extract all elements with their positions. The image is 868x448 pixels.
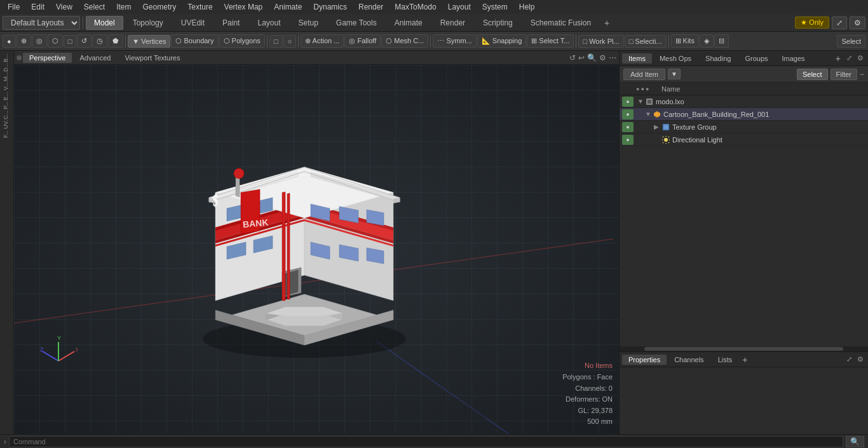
menu-help[interactable]: Help (514, 1, 540, 13)
expand-arrow-2[interactable]: ▼ (645, 111, 653, 118)
tool-action[interactable]: ⊕ Action ... (301, 34, 344, 48)
menu-geometry[interactable]: Geometry (138, 1, 182, 13)
menu-edit[interactable]: Edit (26, 1, 50, 13)
properties-add-tab[interactable]: + (740, 355, 750, 365)
tool-circ2[interactable]: ○ (283, 35, 297, 48)
tool-mesh[interactable]: ⬡ Mesh C... (381, 34, 428, 48)
tool-symmetry[interactable]: ⋯ Symm... (433, 34, 476, 48)
tool-workplane[interactable]: □ Work Pl... (578, 35, 623, 48)
viewport-more-icon[interactable]: ⋯ (609, 53, 616, 62)
tool-falloff[interactable]: ◎ Falloff (344, 34, 381, 48)
layout-dropdown[interactable]: Default Layouts (3, 16, 80, 30)
layout-tab-setup[interactable]: Setup (290, 16, 326, 30)
tool-polygons[interactable]: ⬡ Polygons (219, 34, 265, 48)
viewport[interactable]: $ BANK X Z (14, 65, 619, 434)
panel-expand-icon[interactable]: ⤢ (844, 54, 854, 62)
tool-rotate[interactable]: ↺ (77, 34, 92, 48)
menu-texture[interactable]: Texture (182, 1, 217, 13)
tool-dot1[interactable]: ● (3, 35, 16, 48)
menu-render[interactable]: Render (353, 1, 388, 13)
layout-tab-model[interactable]: Model (86, 16, 123, 30)
list-item[interactable]: ● ▶ Texture Group (620, 121, 868, 133)
command-input[interactable] (9, 436, 843, 447)
eye-toggle-1[interactable]: ● (622, 97, 634, 107)
tab-items[interactable]: Items (622, 53, 652, 64)
items-filter-button[interactable]: Filter (831, 69, 857, 80)
tab-groups[interactable]: Groups (738, 53, 774, 64)
tab-lists[interactable]: Lists (712, 355, 739, 365)
layout-tab-paint[interactable]: Paint (214, 16, 248, 30)
sidebar-icon-2[interactable]: D... (1, 63, 13, 72)
menu-system[interactable]: System (477, 1, 513, 13)
tool-hex[interactable]: ⬡ (48, 34, 63, 48)
viewport-search-icon[interactable]: 🔍 (587, 53, 597, 62)
tool-icon2[interactable]: ⊟ (714, 34, 729, 48)
items-select-button[interactable]: Select (797, 69, 828, 80)
sidebar-icon-6[interactable]: P... (1, 101, 13, 110)
sidebar-icon-8[interactable]: UV... (1, 120, 13, 129)
tool-sq2[interactable]: □ (269, 35, 283, 48)
props-settings-icon[interactable]: ⚙ (855, 355, 865, 363)
panel-add-tab[interactable]: + (833, 53, 843, 64)
layout-tab-render[interactable]: Render (432, 16, 473, 30)
tool-selection[interactable]: □ Selecti... (625, 35, 667, 48)
items-collapse-icon[interactable]: − (860, 70, 864, 79)
expand-icon[interactable]: ⤢ (832, 17, 847, 29)
sidebar-icon-7[interactable]: C... (1, 111, 13, 119)
star-only-button[interactable]: ★ Only (795, 17, 829, 29)
tool-crosshair[interactable]: ⊕ (17, 34, 31, 48)
sidebar-icon-5[interactable]: E... (1, 92, 13, 100)
tab-shading[interactable]: Shading (699, 53, 737, 64)
props-expand-icon[interactable]: ⤢ (844, 355, 854, 363)
tool-clock[interactable]: ◷ (92, 34, 107, 48)
tab-viewport-textures[interactable]: Viewport Textures (118, 53, 186, 63)
menu-vertex-map[interactable]: Vertex Map (219, 1, 268, 13)
sidebar-icon-1[interactable]: B... (1, 53, 13, 62)
items-scrollbar[interactable] (620, 346, 868, 351)
tab-properties[interactable]: Properties (622, 355, 667, 365)
viewport-gear-icon[interactable]: ⚙ (599, 53, 606, 62)
list-item[interactable]: ● ▼ modo.lxo (620, 95, 868, 108)
tab-advanced[interactable]: Advanced (73, 53, 117, 63)
tab-mesh-ops[interactable]: Mesh Ops (653, 53, 698, 64)
tool-icon1[interactable]: ◈ (700, 34, 714, 48)
tool-circle[interactable]: ◎ (32, 34, 47, 48)
layout-tab-topology[interactable]: Topology (125, 16, 172, 30)
list-item[interactable]: ● ▼ Cartoon_Bank_Building_Red_001 (620, 108, 868, 121)
menu-file[interactable]: File (3, 1, 25, 13)
panel-settings-icon[interactable]: ⚙ (855, 54, 865, 62)
expand-arrow-3[interactable]: ▶ (654, 123, 661, 130)
menu-select[interactable]: Select (79, 1, 110, 13)
sidebar-icon-4[interactable]: V... (1, 82, 13, 91)
list-item[interactable]: ● (620, 133, 868, 146)
layout-tab-scripting[interactable]: Scripting (475, 16, 521, 30)
viewport-undo-icon[interactable]: ↩ (578, 53, 585, 62)
tool-boundary[interactable]: ⬡ Boundary (171, 34, 218, 48)
command-expand-arrow[interactable]: › (4, 437, 6, 446)
layout-tab-layout[interactable]: Layout (249, 16, 288, 30)
sidebar-icon-3[interactable]: M... (1, 72, 13, 81)
menu-layout[interactable]: Layout (443, 1, 476, 13)
expand-arrow-1[interactable]: ▼ (637, 98, 645, 105)
command-search-button[interactable]: 🔍 (846, 436, 864, 447)
tool-kits[interactable]: ⊞ Kits (671, 34, 699, 48)
tab-channels[interactable]: Channels (668, 355, 710, 365)
add-item-button[interactable]: Add Item (623, 69, 665, 80)
layout-tab-animate[interactable]: Animate (386, 16, 431, 30)
tool-snapping[interactable]: 📐 Snapping (477, 34, 527, 48)
sidebar-icon-9[interactable]: F... (1, 130, 13, 139)
menu-maxtomodo[interactable]: MaxToModo (390, 1, 441, 13)
menu-item[interactable]: Item (111, 1, 136, 13)
add-item-arrow[interactable]: ▼ (668, 69, 681, 79)
eye-toggle-4[interactable]: ● (622, 135, 634, 145)
layout-add-tab[interactable]: + (600, 17, 613, 29)
tool-vertices[interactable]: ▼ Vertices (128, 35, 170, 48)
tab-images[interactable]: Images (776, 53, 811, 64)
menu-dynamics[interactable]: Dynamics (308, 1, 352, 13)
viewport-rotate-icon[interactable]: ↺ (569, 53, 576, 62)
select-button[interactable]: Select (837, 35, 865, 48)
viewport-dot[interactable] (17, 55, 22, 60)
tool-square[interactable]: □ (64, 35, 77, 48)
layout-tab-gametools[interactable]: Game Tools (328, 16, 385, 30)
tool-polygon[interactable]: ⬟ (108, 34, 123, 48)
